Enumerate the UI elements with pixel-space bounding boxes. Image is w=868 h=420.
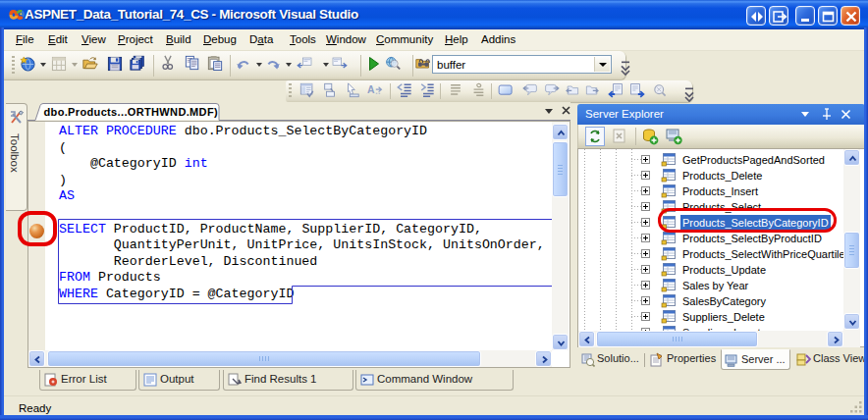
svg-text:A: A [367, 84, 375, 95]
